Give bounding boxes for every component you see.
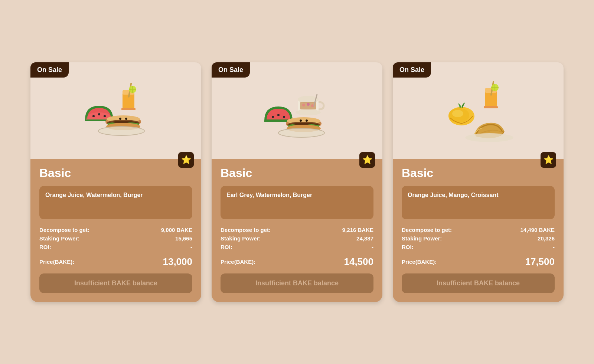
card-title-1: Basic (39, 166, 192, 180)
staking-row-2: Staking Power: 24,887 (221, 235, 373, 242)
decompose-row-3: Decompose to get: 14,490 BAKE (402, 227, 555, 233)
decompose-row-2: Decompose to get: 9,216 BAKE (221, 227, 373, 233)
price-row-2: Price(BAKE): 14,500 (221, 256, 373, 268)
svg-point-23 (307, 103, 310, 106)
card-title-3: Basic (402, 166, 555, 180)
price-value-3: 17,500 (525, 256, 555, 268)
card-title-2: Basic (221, 166, 373, 180)
decompose-label-2: Decompose to get: (221, 227, 271, 233)
decompose-label-3: Decompose to get: (402, 227, 452, 233)
card-items-text-2: Earl Grey, Watermelon, Burger (226, 192, 368, 199)
food-illustration-3 (441, 79, 515, 142)
card-items-box-2: Earl Grey, Watermelon, Burger (221, 186, 373, 219)
roi-value-1: - (190, 244, 192, 250)
price-row-3: Price(BAKE): 17,500 (402, 256, 555, 268)
svg-point-7 (104, 115, 106, 117)
star-badge-1: ⭐ (178, 152, 194, 168)
roi-row-1: ROI: - (39, 244, 192, 250)
roi-label-3: ROI: (402, 244, 414, 250)
staking-label-3: Staking Power: (402, 235, 442, 242)
decompose-value-2: 9,216 BAKE (342, 227, 373, 233)
staking-label-1: Staking Power: (39, 235, 79, 242)
decompose-value-3: 14,490 BAKE (520, 227, 555, 233)
card-body-1: ⭐ Basic Orange Juice, Watermelon, Burger… (30, 159, 201, 302)
svg-point-27 (277, 114, 280, 116)
price-label-2: Price(BAKE): (221, 259, 255, 265)
staking-row-3: Staking Power: 20,326 (402, 235, 555, 242)
roi-value-2: - (372, 244, 373, 250)
card-image-area-3: On Sale (393, 62, 564, 159)
star-badge-3: ⭐ (541, 152, 556, 168)
svg-point-45 (452, 110, 463, 117)
price-label-3: Price(BAKE): (402, 259, 437, 265)
card-stats-1: Decompose to get: 9,000 BAKE Staking Pow… (39, 227, 192, 250)
card-stats-3: Decompose to get: 14,490 BAKE Staking Po… (402, 227, 555, 250)
roi-label-2: ROI: (221, 244, 232, 250)
product-card-3: On Sale (393, 62, 564, 302)
svg-point-6 (98, 113, 100, 115)
staking-value-2: 24,887 (356, 235, 373, 242)
card-image-area-2: On Sale (212, 62, 382, 159)
svg-point-32 (306, 119, 308, 122)
staking-value-1: 15,665 (175, 235, 192, 242)
card-image-area-1: On Sale (30, 62, 201, 159)
svg-point-46 (465, 133, 513, 142)
svg-point-5 (92, 115, 95, 117)
roi-row-3: ROI: - (402, 244, 555, 250)
on-sale-badge-1: On Sale (30, 62, 69, 78)
on-sale-badge-3: On Sale (393, 62, 431, 78)
svg-point-11 (125, 118, 127, 120)
svg-point-31 (300, 119, 302, 122)
on-sale-badge-2: On Sale (212, 62, 250, 78)
card-stats-2: Decompose to get: 9,216 BAKE Staking Pow… (221, 227, 373, 250)
svg-rect-2 (121, 108, 136, 110)
decompose-value-1: 9,000 BAKE (161, 227, 192, 233)
roi-label-1: ROI: (39, 244, 51, 250)
svg-rect-40 (484, 106, 498, 108)
decompose-row-1: Decompose to get: 9,000 BAKE (39, 227, 192, 233)
svg-point-26 (272, 116, 274, 118)
food-illustration-2 (260, 79, 334, 142)
decompose-label-1: Decompose to get: (39, 227, 89, 233)
roi-value-3: - (553, 244, 555, 250)
staking-row-1: Staking Power: 15,665 (39, 235, 192, 242)
star-badge-2: ⭐ (359, 152, 375, 168)
staking-label-2: Staking Power: (221, 235, 261, 242)
price-row-1: Price(BAKE): 13,000 (39, 256, 192, 268)
svg-point-21 (296, 109, 321, 115)
buy-button-2[interactable]: Insufficient BAKE balance (221, 273, 373, 293)
buy-button-3[interactable]: Insufficient BAKE balance (402, 273, 555, 293)
svg-point-22 (302, 104, 305, 106)
price-value-2: 14,500 (344, 256, 373, 268)
buy-button-1[interactable]: Insufficient BAKE balance (39, 273, 192, 293)
price-value-1: 13,000 (163, 256, 192, 268)
svg-point-10 (119, 118, 121, 120)
card-items-box-3: Orange Juice, Mango, Croissant (402, 186, 555, 219)
price-label-1: Price(BAKE): (39, 259, 74, 265)
roi-row-2: ROI: - (221, 244, 373, 250)
product-card-2: On Sale (212, 62, 382, 302)
product-card-1: On Sale (30, 62, 201, 302)
card-body-2: ⭐ Basic Earl Grey, Watermelon, Burger De… (212, 159, 382, 302)
cards-container: On Sale (30, 62, 564, 302)
card-items-text-3: Orange Juice, Mango, Croissant (408, 192, 549, 199)
staking-value-3: 20,326 (538, 235, 555, 242)
svg-point-28 (283, 116, 285, 118)
card-items-text-1: Orange Juice, Watermelon, Burger (45, 192, 186, 199)
card-body-3: ⭐ Basic Orange Juice, Mango, Croissant D… (393, 159, 564, 302)
food-illustration-1 (79, 79, 153, 142)
card-items-box-1: Orange Juice, Watermelon, Burger (39, 186, 192, 219)
